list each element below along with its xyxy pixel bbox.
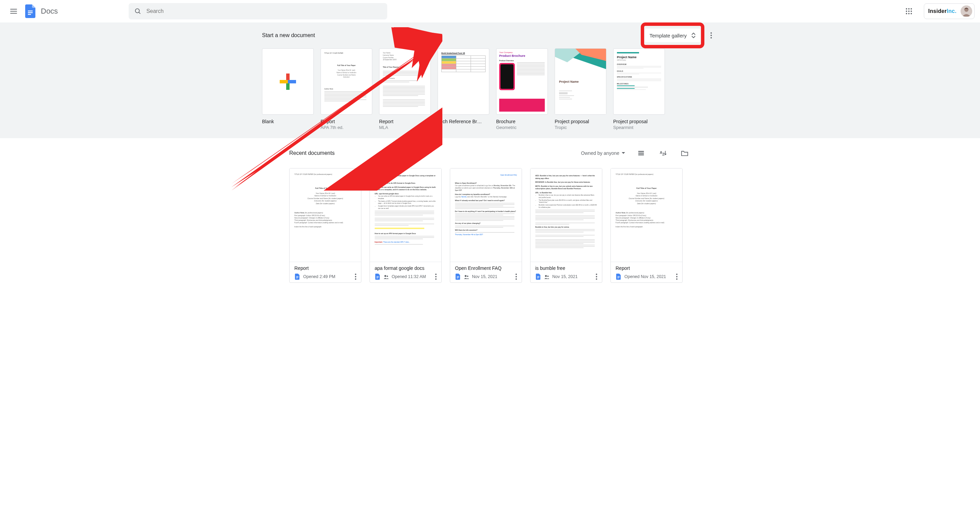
template-card-blank[interactable]: Blank [262,48,314,130]
thumb-heading: Bold Underlined Font 18 [441,52,485,54]
doc-more-button[interactable] [515,274,517,280]
svg-rect-12 [296,276,298,277]
doc-more-button[interactable] [435,274,437,280]
thumb-project-name: Project Name [559,80,579,83]
search-input[interactable] [146,8,382,14]
template-card-report-apa[interactable]: TITLE OF YOUR PAPER Full Title of Your P… [321,48,372,130]
doc-card[interactable]: Open Enrollment FAQ When is Open Enrollm… [450,168,522,283]
caret-down-icon [621,152,625,154]
recent-documents-heading: Recent documents [289,150,334,156]
svg-rect-26 [537,277,539,277]
ownership-filter[interactable]: Owned by anyone [581,150,625,156]
docs-file-icon [616,274,622,280]
template-gallery-toggle[interactable]: Template gallery [645,29,700,42]
svg-rect-7 [638,151,644,152]
more-vert-icon [711,32,712,38]
svg-rect-15 [376,276,379,277]
doc-card[interactable]: TITLE OF YOUR PAPER (for professional pa… [289,168,361,283]
doc-name: is bumble free [535,266,597,271]
template-title: Tech Reference Br… [438,119,489,124]
svg-rect-9 [638,154,644,156]
google-apps-button[interactable] [902,5,916,18]
search-container [129,3,387,19]
template-card-proposal-spearmint[interactable]: Project Name dd/mm/yyyy OVERVIEW GOALS S… [613,48,665,130]
hamburger-icon [10,9,17,14]
svg-rect-30 [617,276,620,277]
app-header: Docs InsiderInc. [0,0,980,22]
template-gallery-band: Start a new document Template gallery [0,22,980,138]
more-vert-icon [596,274,597,280]
sort-options-button[interactable]: A Z [657,147,669,159]
svg-rect-31 [617,277,620,277]
shared-icon [464,274,469,279]
template-thumb: Bold Underlined Font 18 [438,48,489,114]
template-thumb: Project Name [555,48,606,114]
svg-rect-25 [537,276,539,277]
doc-subtitle: Opened 2:49 PM [303,274,352,279]
doc-more-button[interactable] [596,274,597,280]
template-card-report-mla[interactable]: Your Name Instructor Name Course Number … [379,48,431,130]
doc-thumb: HED: How to write an APA format paper in… [370,169,441,262]
doc-thumb: TITLE OF YOUR PAPER (for professional pa… [611,169,682,262]
docs-logo-icon [24,5,37,17]
main-menu-button[interactable] [5,3,22,19]
svg-rect-17 [376,278,378,278]
doc-name: Open Enrollment FAQ [455,266,517,271]
doc-more-button[interactable] [355,274,356,280]
search-bar[interactable] [129,3,387,19]
shared-icon [383,274,389,279]
app-title: Docs [41,7,58,16]
svg-point-18 [385,275,386,277]
docs-file-icon [294,274,301,280]
doc-card[interactable]: TITLE OF YOUR PAPER (for professional pa… [611,168,682,283]
recent-documents-section: Recent documents Owned by anyone A Z [289,138,691,296]
org-brand: InsiderInc. [928,8,956,14]
svg-rect-22 [457,278,458,278]
template-card-proposal-tropic[interactable]: Project Name Project proposal Tropic [555,48,606,130]
more-vert-icon [355,274,356,280]
doc-name: apa format google docs [375,266,437,271]
doc-card[interactable]: HED: Bumble is free, but you can pay for… [530,168,602,283]
list-view-button[interactable] [635,147,647,159]
folder-icon [681,150,688,157]
account-switcher[interactable]: InsiderInc. [924,3,975,19]
sort-az-icon: A Z [659,149,667,157]
svg-rect-8 [638,153,644,154]
svg-rect-20 [457,276,459,277]
start-new-document-heading: Start a new document [262,32,315,38]
template-gallery-label: Template gallery [649,33,687,38]
more-vert-icon [515,274,517,280]
templates-row: Blank TITLE OF YOUR PAPER Full Title of … [262,48,718,130]
template-title: Report [321,119,372,124]
template-card-brochure[interactable]: Your Company Product Brochure Product Ov… [496,48,548,130]
doc-subtitle: Nov 15, 2021 [472,274,513,279]
template-thumb: Project Name dd/mm/yyyy OVERVIEW GOALS S… [613,48,665,114]
template-title: Report [379,119,431,124]
open-file-picker-button[interactable] [679,147,691,159]
doc-card[interactable]: HED: How to write an APA format paper in… [369,168,442,283]
gallery-more-button[interactable] [705,29,718,42]
template-thumb: TITLE OF YOUR PAPER Full Title of Your P… [321,48,372,114]
docs-file-icon [455,274,461,280]
svg-rect-14 [296,278,298,278]
doc-name: Report [616,266,678,271]
svg-point-23 [465,275,466,277]
template-card-tech-reference[interactable]: Bold Underlined Font 18 Tech Reference B… [438,48,489,130]
doc-thumb: HED: Bumble is free, but you can pay for… [530,169,602,262]
search-icon [134,8,142,15]
svg-rect-2 [28,14,31,15]
template-subtitle: APA 7th ed. [321,125,372,130]
svg-point-24 [467,276,468,277]
svg-rect-27 [537,278,538,278]
template-subtitle: Spearmint [613,125,665,130]
unfold-icon [692,33,695,38]
doc-more-button[interactable] [676,274,678,280]
doc-name: Report [294,266,356,271]
svg-rect-32 [617,278,619,278]
svg-rect-21 [457,277,459,277]
template-subtitle: Tropic [555,125,606,130]
thumb-title: Product Brochure [499,54,545,57]
plus-icon [280,73,296,90]
apps-grid-icon [906,8,912,14]
thumb-project-name: Project Name [617,56,661,59]
